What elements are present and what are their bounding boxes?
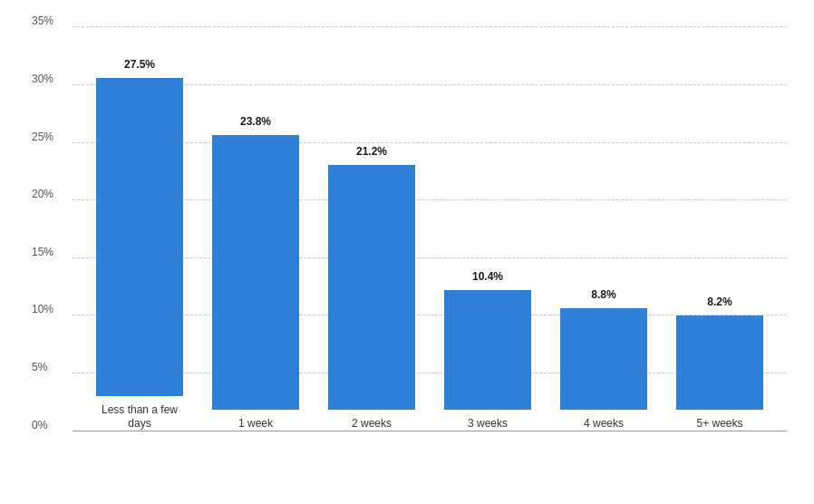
y-tick-label: 20% — [32, 188, 53, 200]
bar-value-label: 21.2% — [356, 145, 387, 158]
y-tick-label: 25% — [32, 131, 53, 143]
bar-group: 8.2%5+ weeks — [662, 27, 778, 431]
bar-value-label: 8.8% — [591, 288, 615, 301]
y-tick-label: 15% — [32, 246, 53, 258]
bars-row: 27.5%Less than a fewdays23.8%1 week21.2%… — [73, 27, 787, 431]
bar-group: 21.2%2 weeks — [314, 27, 430, 431]
y-tick-label: 30% — [32, 73, 53, 85]
bar: 10.4% — [444, 290, 531, 410]
grid-and-bars: 35%30%25%20%15%10%5%0% 27.5%Less than a … — [73, 27, 787, 431]
bar-group: 23.8%1 week — [198, 27, 314, 431]
y-tick-label: 5% — [32, 361, 47, 373]
y-tick-label: 35% — [32, 15, 53, 27]
bar: 8.8% — [560, 308, 647, 410]
bar-value-label: 8.2% — [707, 296, 732, 308]
bar: 23.8% — [212, 135, 299, 410]
x-tick-label: 2 weeks — [352, 417, 392, 431]
x-tick-label: 5+ weeks — [696, 417, 742, 431]
x-tick-label: 4 weeks — [584, 417, 624, 431]
bar-group: 8.8%4 weeks — [546, 27, 662, 431]
bar: 8.2% — [676, 315, 763, 410]
y-tick-label: 0% — [32, 419, 47, 431]
bar: 27.5% — [96, 78, 183, 396]
x-tick-label: 3 weeks — [468, 417, 508, 431]
x-tick-label: Less than a fewdays — [102, 403, 178, 431]
bar: 21.2% — [328, 165, 415, 410]
y-tick-label: 10% — [32, 303, 53, 315]
bar-value-label: 27.5% — [124, 58, 155, 71]
bar-group: 10.4%3 weeks — [430, 27, 546, 431]
chart-container: 35%30%25%20%15%10%5%0% 27.5%Less than a … — [0, 0, 814, 504]
bar-group: 27.5%Less than a fewdays — [82, 27, 198, 431]
x-tick-label: 1 week — [238, 417, 273, 431]
bar-value-label: 10.4% — [472, 270, 503, 283]
bar-value-label: 23.8% — [240, 115, 271, 128]
chart-area: 35%30%25%20%15%10%5%0% 27.5%Less than a … — [73, 27, 787, 431]
x-axis-line — [73, 431, 787, 431]
